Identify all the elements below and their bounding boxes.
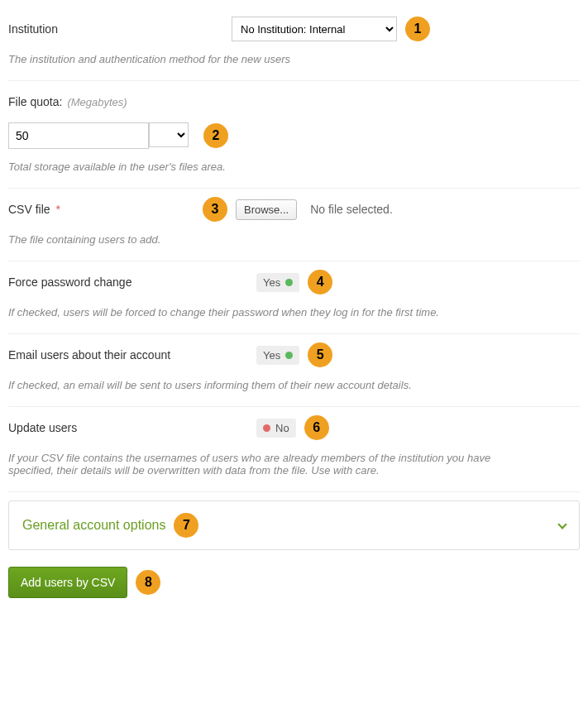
toggle-dot-on-icon [285, 279, 293, 286]
force-pw-value: Yes [263, 276, 280, 289]
update-users-row: Update users No 6 If your CSV file conta… [8, 407, 580, 485]
callout-3: 3 [203, 197, 227, 222]
quota-label: File quota: [8, 95, 62, 108]
force-pw-label: Force password change [8, 275, 248, 289]
callout-7: 7 [174, 513, 198, 538]
callout-4: 4 [308, 270, 332, 295]
submit-row: Add users by CSV 8 [8, 567, 580, 598]
update-users-help: If your CSV file contains the usernames … [8, 452, 504, 477]
force-pw-toggle[interactable]: Yes [256, 273, 299, 292]
quota-unit-label: (Megabytes) [67, 96, 127, 108]
csv-label-wrap: CSV file * [8, 203, 194, 216]
callout-5: 5 [308, 342, 332, 367]
quota-unit-select[interactable] [149, 122, 189, 147]
accordion-label: General account options [22, 518, 165, 533]
quota-input[interactable] [8, 122, 149, 149]
quota-help: Total storage available in the user's fi… [8, 160, 580, 173]
update-users-label: Update users [8, 421, 248, 434]
chevron-down-icon [557, 520, 566, 529]
required-mark: * [55, 203, 60, 216]
institution-row: Institution No Institution: Internal 1 T… [8, 8, 580, 74]
add-users-button[interactable]: Add users by CSV [8, 567, 127, 598]
email-users-label: Email users about their account [8, 348, 248, 362]
institution-label: Institution [8, 22, 223, 36]
callout-8: 8 [136, 570, 160, 595]
update-users-toggle[interactable]: No [256, 419, 296, 438]
email-users-toggle[interactable]: Yes [256, 346, 299, 365]
quota-input-group [8, 122, 189, 149]
csv-help: The file containing users to add. [8, 233, 580, 246]
browse-button[interactable]: Browse... [236, 199, 297, 220]
email-users-value: Yes [263, 349, 280, 362]
file-status: No file selected. [310, 203, 393, 216]
callout-1: 1 [405, 17, 430, 41]
force-pw-help: If checked, users will be forced to chan… [8, 306, 580, 318]
general-account-options-accordion[interactable]: General account options 7 [8, 500, 580, 550]
csv-label: CSV file [8, 203, 50, 216]
institution-select[interactable]: No Institution: Internal [232, 17, 397, 41]
institution-help: The institution and authentication metho… [8, 53, 580, 65]
update-users-value: No [275, 422, 289, 434]
email-users-help: If checked, an email will be sent to use… [8, 379, 580, 391]
callout-6: 6 [304, 415, 329, 440]
quota-row: File quota: (Megabytes) 2 Total storage … [8, 81, 580, 181]
callout-2: 2 [203, 123, 228, 148]
toggle-dot-off-icon [263, 424, 270, 432]
csv-row: CSV file * 3 Browse... No file selected.… [8, 189, 580, 254]
email-users-row: Email users about their account Yes 5 If… [8, 334, 580, 400]
force-pw-row: Force password change Yes 4 If checked, … [8, 261, 580, 327]
toggle-dot-on-icon [285, 352, 293, 359]
